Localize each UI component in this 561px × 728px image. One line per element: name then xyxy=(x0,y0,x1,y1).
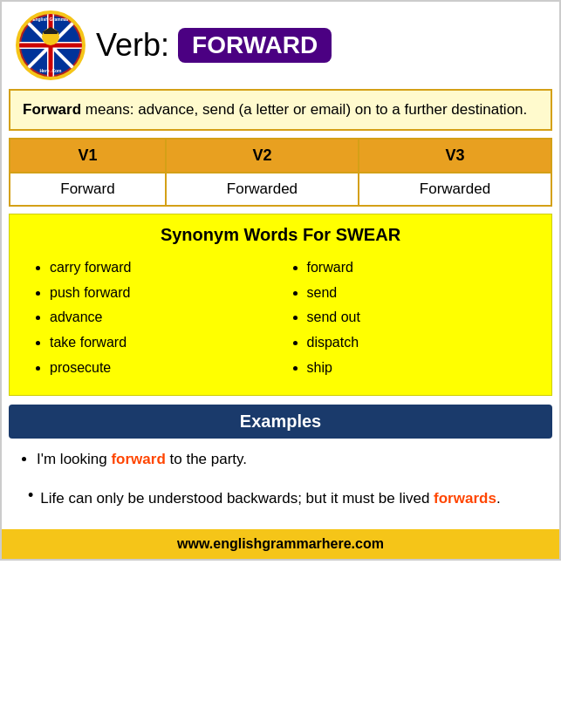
synonym-col-left: carry forward push forward advance take … xyxy=(24,255,281,381)
example-block-highlight: forwards xyxy=(434,490,496,507)
example-highlight: forward xyxy=(111,451,165,467)
word-badge: FORWARD xyxy=(178,28,332,63)
cell-v2: Forwarded xyxy=(166,173,359,206)
examples-list: I'm looking forward to the party. xyxy=(2,439,559,486)
list-item: forward xyxy=(307,255,530,281)
synonym-title-word: SWEAR xyxy=(336,225,400,244)
list-item: take forward xyxy=(50,330,272,356)
footer-url: www.englishgrammarhere.com xyxy=(177,536,384,551)
verb-label: Verb: xyxy=(96,27,169,64)
definition-text: means: advance, send (a letter or email)… xyxy=(81,101,527,118)
col-header-v2: V2 xyxy=(166,139,359,173)
example-text-after: to the party. xyxy=(166,451,247,467)
example-block-container: • Life can only be understood backwards;… xyxy=(2,486,559,524)
col-header-v1: V1 xyxy=(10,139,166,173)
definition-word: Forward xyxy=(23,101,81,118)
synonym-title: Synonym Words For SWEAR xyxy=(24,225,537,245)
bullet-icon: • xyxy=(28,486,33,505)
example-block-after: . xyxy=(496,490,501,507)
examples-header: Examples xyxy=(9,405,552,439)
definition-box: Forward means: advance, send (a letter o… xyxy=(9,89,552,131)
col-header-v3: V3 xyxy=(359,139,551,173)
header-title: Verb: FORWARD xyxy=(96,27,545,64)
synonym-col-right: forward send send out dispatch ship xyxy=(281,255,538,381)
synonym-title-text: Synonym Words For xyxy=(161,225,336,244)
example-item-1: I'm looking forward to the party. xyxy=(37,447,542,471)
list-item: dispatch xyxy=(307,330,530,356)
list-item: send out xyxy=(307,305,530,330)
logo: English Grammar Here .Com xyxy=(16,10,86,80)
list-item: ship xyxy=(307,356,530,381)
cell-v1: Forward xyxy=(10,173,166,206)
verb-table: V1 V2 V3 Forward Forwarded Forwarded xyxy=(9,138,552,207)
svg-text:Here .Com: Here .Com xyxy=(39,68,62,73)
list-item: advance xyxy=(50,305,272,330)
synonym-list-left: carry forward push forward advance take … xyxy=(32,255,272,381)
footer: www.englishgrammarhere.com xyxy=(2,529,559,559)
table-row: Forward Forwarded Forwarded xyxy=(10,173,551,206)
list-item: prosecute xyxy=(50,356,272,381)
svg-text:English Grammar: English Grammar xyxy=(32,17,69,22)
synonym-columns: carry forward push forward advance take … xyxy=(24,255,537,381)
synonym-list-right: forward send send out dispatch ship xyxy=(290,255,530,381)
list-item: carry forward xyxy=(50,255,272,281)
example-block-text: Life can only be understood backwards; b… xyxy=(40,490,434,507)
cell-v3: Forwarded xyxy=(359,173,551,206)
example-text-before: I'm looking xyxy=(37,451,111,467)
main-container: English Grammar Here .Com Verb: FORWARD … xyxy=(0,0,561,561)
synonym-box: Synonym Words For SWEAR carry forward pu… xyxy=(9,214,552,396)
list-item: send xyxy=(307,281,530,306)
header: English Grammar Here .Com Verb: FORWARD xyxy=(2,2,559,89)
example-block: Life can only be understood backwards; b… xyxy=(40,486,500,512)
list-item: push forward xyxy=(50,281,272,306)
